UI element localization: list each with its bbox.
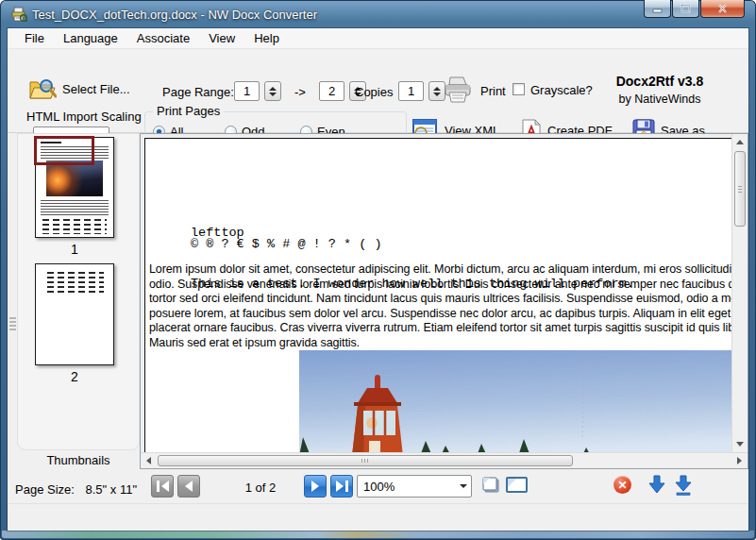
scroll-up-button[interactable] <box>732 134 748 150</box>
copies-input[interactable]: 1 <box>398 81 424 101</box>
document-page: lefttop This is a test. I wonder how wel… <box>144 138 731 452</box>
statusbar-filler <box>8 503 748 531</box>
app-window: Test_DOCX_dotTech.org.docx - NW Docx Con… <box>0 0 756 540</box>
thumbnails-caption: Thumbnails <box>17 453 140 467</box>
scroll-down-button[interactable] <box>732 436 748 452</box>
close-button[interactable] <box>700 0 745 18</box>
chevron-down-icon <box>456 484 471 488</box>
open-file-icon <box>28 76 57 101</box>
titlebar[interactable]: Test_DOCX_dotTech.org.docx - NW Docx Con… <box>0 0 756 28</box>
menu-view[interactable]: View <box>199 28 244 48</box>
menu-file[interactable]: File <box>15 28 54 48</box>
thumbnail-page-2[interactable] <box>35 263 114 365</box>
vertical-scroll-thumb[interactable] <box>734 151 746 227</box>
html-import-scaling-label: HTML Import Scaling <box>26 110 142 124</box>
thumbnail-photo <box>46 160 103 196</box>
grayscale-checkbox[interactable] <box>512 83 525 95</box>
bottom-toolbar: Page Size: 8.5" x 11" 1 of 2 100% <box>8 469 748 503</box>
range-arrow: -> <box>294 85 306 99</box>
maximize-button[interactable] <box>672 0 699 18</box>
window-controls <box>644 0 745 18</box>
brand-title: Docx2Rtf v3.8 <box>584 74 735 89</box>
select-file-button[interactable]: Select File... <box>28 76 130 101</box>
thumbnail-2-number: 2 <box>35 369 114 384</box>
scroll-right-button[interactable] <box>731 453 748 468</box>
horizontal-scrollbar[interactable] <box>141 452 748 468</box>
page-range-label: Page Range: <box>162 85 234 99</box>
toolbar: Select File... Page Range: 1 -> 2 Copies… <box>8 49 748 133</box>
page-size-value: 8.5" x 11" <box>86 482 138 497</box>
print-label: Print <box>480 84 506 98</box>
portrait-view-icon[interactable] <box>481 477 501 495</box>
brand-subtitle: by NativeWinds <box>584 93 735 106</box>
select-file-label: Select File... <box>62 82 130 96</box>
thumbnails-panel: 1 2 Thumbnails <box>17 133 140 469</box>
document-viewport[interactable]: lefttop This is a test. I wonder how wel… <box>141 134 731 452</box>
move-to-bottom-button[interactable] <box>674 475 693 496</box>
page-from-stepper[interactable] <box>264 81 281 101</box>
window-title: Test_DOCX_dotTech.org.docx - NW Docx Con… <box>32 8 317 22</box>
page-size-label: Page Size: <box>15 482 75 497</box>
landscape-view-icon[interactable] <box>506 477 528 493</box>
copies-label: Copies <box>355 85 393 99</box>
document-body: Lorem ipsum dolor sit amet, consectetur … <box>149 262 731 351</box>
next-page-button[interactable] <box>304 475 327 498</box>
grayscale-label[interactable]: Grayscale? <box>530 83 593 97</box>
first-page-button[interactable] <box>151 475 174 498</box>
menu-language[interactable]: Language <box>54 28 127 48</box>
zoom-select[interactable]: 100% <box>357 475 472 498</box>
document-view: lefttop This is a test. I wonder how wel… <box>140 133 748 469</box>
page-size-status: Page Size: 8.5" x 11" <box>15 482 137 497</box>
splitter-grip-icon <box>9 317 16 330</box>
menubar: File Language Associate View Help <box>8 28 748 49</box>
horizontal-scroll-thumb[interactable] <box>158 455 573 466</box>
thumbnails-list[interactable]: 1 2 <box>17 133 140 450</box>
page-from-input[interactable]: 1 <box>234 81 260 101</box>
menu-help[interactable]: Help <box>244 28 289 48</box>
panel-splitter[interactable] <box>8 133 17 469</box>
brand-block: Docx2Rtf v3.8 by NativeWinds <box>584 74 735 106</box>
zoom-value: 100% <box>358 480 456 494</box>
thumbnail-page-1[interactable] <box>35 137 114 238</box>
minimize-button[interactable] <box>644 0 671 18</box>
thumbnail-1-number: 1 <box>35 242 114 257</box>
page-indicator: 1 of 2 <box>232 481 289 495</box>
last-page-button[interactable] <box>330 475 353 498</box>
cancel-button[interactable]: ✕ <box>613 476 631 494</box>
print-button[interactable]: Print <box>441 76 506 106</box>
printer-icon <box>441 76 475 106</box>
move-down-button[interactable] <box>647 475 666 496</box>
menu-associate[interactable]: Associate <box>127 28 199 48</box>
page-to-input[interactable]: 2 <box>319 81 344 101</box>
app-icon <box>11 7 27 22</box>
previous-page-button[interactable] <box>177 475 200 498</box>
scroll-left-button[interactable] <box>141 453 157 468</box>
print-pages-label: Print Pages <box>153 104 224 118</box>
close-x-icon: ✕ <box>617 479 627 492</box>
document-symbols-line: © ® ? € $ % # @ ! ? * ( ) <box>191 237 382 251</box>
previous-page-icon <box>185 481 193 492</box>
next-page-icon <box>311 481 319 492</box>
main-area: 1 2 Thumbnails lefttop This is a test. I… <box>8 133 748 469</box>
window-bottom-border <box>2 531 754 538</box>
client-area: File Language Associate View Help Select… <box>8 28 748 531</box>
vertical-scrollbar[interactable] <box>731 134 748 452</box>
viewport-indicator[interactable] <box>34 136 94 165</box>
first-page-icon <box>157 481 160 492</box>
lighthouse-photo <box>299 350 731 452</box>
last-page-icon <box>336 481 344 492</box>
